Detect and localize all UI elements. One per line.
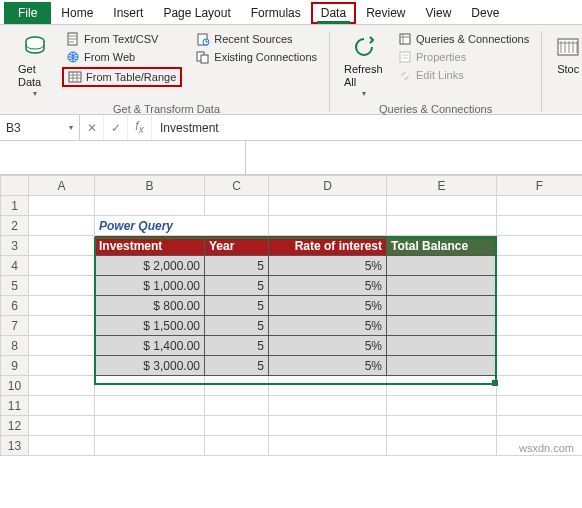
row-header[interactable]: 5 — [1, 276, 29, 296]
cell-investment[interactable]: $ 1,400.00 — [95, 336, 205, 356]
from-table-range-button[interactable]: From Table/Range — [62, 67, 182, 87]
cell-year[interactable]: 5 — [205, 276, 269, 296]
cell-total[interactable] — [387, 296, 497, 316]
refresh-all-button[interactable]: Refresh All ▾ — [338, 31, 390, 101]
tab-page-layout[interactable]: Page Layout — [153, 2, 240, 24]
dropdown-icon: ▾ — [69, 123, 73, 132]
dropdown-icon: ▾ — [33, 89, 37, 99]
tab-view[interactable]: View — [416, 2, 462, 24]
cell-year[interactable]: 5 — [205, 356, 269, 376]
col-header[interactable]: F — [497, 176, 583, 196]
cell-year[interactable]: 5 — [205, 296, 269, 316]
col-header[interactable]: A — [29, 176, 95, 196]
existing-connections-icon — [196, 50, 210, 64]
refresh-icon — [350, 33, 378, 61]
svg-rect-3 — [69, 72, 81, 82]
cell-investment[interactable]: $ 3,000.00 — [95, 356, 205, 376]
panel-spacer — [0, 141, 582, 175]
edit-links-icon — [398, 68, 412, 82]
cell-year[interactable]: 5 — [205, 336, 269, 356]
menu-bar: File Home Insert Page Layout Formulas Da… — [0, 0, 582, 25]
group-queries-connections: Refresh All ▾ Queries & Connections Prop… — [330, 31, 542, 112]
cell-total[interactable] — [387, 276, 497, 296]
header-rate[interactable]: Rate of interest — [269, 236, 387, 256]
stocks-button[interactable]: Stoc — [550, 31, 582, 78]
row-header[interactable]: 7 — [1, 316, 29, 336]
get-data-button[interactable]: Get Data ▾ — [12, 31, 58, 101]
tab-home[interactable]: Home — [51, 2, 103, 24]
tab-review[interactable]: Review — [356, 2, 415, 24]
cell-rate[interactable]: 5% — [269, 316, 387, 336]
row-header[interactable]: 13 — [1, 436, 29, 456]
tab-data[interactable]: Data — [311, 2, 356, 24]
row-header[interactable]: 8 — [1, 336, 29, 356]
header-total[interactable]: Total Balance — [387, 236, 497, 256]
group-get-transform: Get Data ▾ From Text/CSV From Web From T… — [4, 31, 330, 112]
svg-rect-8 — [400, 34, 410, 44]
name-box[interactable]: B3 ▾ — [0, 115, 80, 140]
cancel-formula-button[interactable]: ✕ — [80, 115, 104, 140]
dropdown-icon: ▾ — [362, 89, 366, 99]
cell-rate[interactable]: 5% — [269, 276, 387, 296]
select-all-corner[interactable] — [1, 176, 29, 196]
cell-rate[interactable]: 5% — [269, 296, 387, 316]
cell-investment[interactable]: $ 800.00 — [95, 296, 205, 316]
cell-rate[interactable]: 5% — [269, 256, 387, 276]
table-range-icon — [68, 70, 82, 84]
tab-developer[interactable]: Deve — [461, 2, 509, 24]
from-text-csv-button[interactable]: From Text/CSV — [62, 31, 182, 47]
cell-rate[interactable]: 5% — [269, 336, 387, 356]
cell-investment[interactable]: $ 2,000.00 — [95, 256, 205, 276]
text-csv-icon — [66, 32, 80, 46]
cell-total[interactable] — [387, 336, 497, 356]
tab-insert[interactable]: Insert — [103, 2, 153, 24]
ribbon: Get Data ▾ From Text/CSV From Web From T… — [0, 25, 582, 115]
row-header[interactable]: 4 — [1, 256, 29, 276]
cell-total[interactable] — [387, 256, 497, 276]
cell-investment[interactable]: $ 1,000.00 — [95, 276, 205, 296]
col-header[interactable]: B — [95, 176, 205, 196]
group-label-get-transform: Get & Transform Data — [12, 101, 321, 115]
title-cell[interactable]: Power Query — [95, 216, 269, 236]
insert-function-button[interactable]: fx — [128, 115, 152, 140]
from-web-button[interactable]: From Web — [62, 49, 182, 65]
cell-year[interactable]: 5 — [205, 256, 269, 276]
row-header[interactable]: 10 — [1, 376, 29, 396]
tab-file[interactable]: File — [4, 2, 51, 24]
properties-button[interactable]: Properties — [394, 49, 533, 65]
cell-rate[interactable]: 5% — [269, 356, 387, 376]
row-header[interactable]: 1 — [1, 196, 29, 216]
recent-sources-button[interactable]: Recent Sources — [192, 31, 321, 47]
queries-connections-button[interactable]: Queries & Connections — [394, 31, 533, 47]
row-header[interactable]: 3 — [1, 236, 29, 256]
watermark: wsxdn.com — [519, 442, 574, 454]
col-header[interactable]: E — [387, 176, 497, 196]
svg-rect-7 — [201, 55, 208, 63]
cell-investment[interactable]: $ 1,500.00 — [95, 316, 205, 336]
row-header[interactable]: 6 — [1, 296, 29, 316]
row-header[interactable]: 2 — [1, 216, 29, 236]
stocks-icon — [554, 33, 582, 61]
cell-year[interactable]: 5 — [205, 316, 269, 336]
edit-links-button[interactable]: Edit Links — [394, 67, 533, 83]
cell-total[interactable] — [387, 356, 497, 376]
formula-input[interactable]: Investment — [152, 115, 582, 140]
col-header[interactable]: D — [269, 176, 387, 196]
formula-bar: B3 ▾ ✕ ✓ fx Investment — [0, 115, 582, 141]
row-header[interactable]: 12 — [1, 416, 29, 436]
accept-formula-button[interactable]: ✓ — [104, 115, 128, 140]
cell-total[interactable] — [387, 316, 497, 336]
worksheet[interactable]: A B C D E F 1 2 Power Query 3 Investment… — [0, 175, 582, 456]
row-header[interactable]: 11 — [1, 396, 29, 416]
grid[interactable]: A B C D E F 1 2 Power Query 3 Investment… — [0, 175, 582, 456]
row-header[interactable]: 9 — [1, 356, 29, 376]
header-investment[interactable]: Investment — [95, 236, 205, 256]
web-icon — [66, 50, 80, 64]
tab-formulas[interactable]: Formulas — [241, 2, 311, 24]
col-header[interactable]: C — [205, 176, 269, 196]
queries-connections-icon — [398, 32, 412, 46]
header-year[interactable]: Year — [205, 236, 269, 256]
svg-rect-9 — [400, 52, 410, 62]
existing-connections-button[interactable]: Existing Connections — [192, 49, 321, 65]
group-data-types: Stoc — [542, 31, 582, 112]
